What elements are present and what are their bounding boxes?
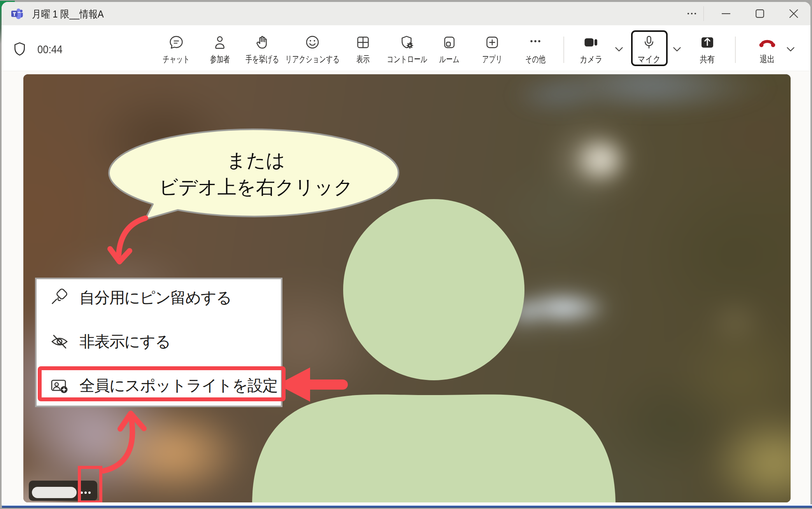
close-icon [789, 9, 798, 18]
toolbar-button-view[interactable]: 表示 [338, 35, 388, 66]
minimize-button[interactable] [719, 7, 733, 21]
close-button[interactable] [787, 7, 801, 21]
toolbar-button-chat[interactable]: チャット [151, 35, 202, 66]
meeting-timer: 00:44 [37, 43, 63, 56]
background-window-border [2, 504, 812, 508]
toolbar-button-label: 参加者 [210, 53, 230, 65]
menu-item-label: 非表示にする [79, 331, 170, 352]
dots-highlight-square [78, 466, 102, 502]
bubble-line2: ビデオ上を右クリック [159, 174, 353, 201]
toolbar-button-leave[interactable]: 退出 [742, 35, 793, 66]
camera-chevron-icon[interactable] [615, 46, 623, 52]
toolbar-button-label: その他 [525, 53, 545, 65]
security-shield-icon [14, 42, 25, 56]
toolbar-button-label: 退出 [760, 53, 775, 65]
menu-item-label: 自分用にピン留めする [79, 287, 231, 308]
more-icon [528, 35, 543, 50]
toolbar-button-more[interactable]: その他 [510, 35, 561, 66]
react-icon [305, 35, 320, 50]
toolbar-button-label: 共有 [700, 53, 715, 65]
view-icon [355, 35, 371, 50]
big-left-arrow [277, 367, 348, 402]
leave-call-icon [759, 35, 776, 50]
toolbar-button-label: カメラ [579, 53, 602, 65]
titlebar: 月曜 1 限__情報A [2, 2, 810, 25]
participants-icon [212, 35, 228, 50]
toolbar-button-raise-hand[interactable]: 手を挙げる [237, 35, 288, 66]
raise-hand-icon [254, 35, 270, 50]
curved-arrow-dots-to-menu [103, 413, 144, 471]
toolbar-button-label: リアクションする [285, 53, 339, 65]
mic-icon [641, 35, 657, 50]
apps-icon [484, 35, 500, 50]
window-title: 月曜 1 限__情報A [32, 2, 104, 25]
toolbar-button-camera[interactable]: カメラ [566, 35, 616, 66]
screen: { "window": { "title": "月曜 1 限__情報A", "t… [0, 0, 812, 509]
titlebar-more-button[interactable] [685, 7, 699, 21]
leave-chevron-icon[interactable] [786, 46, 795, 52]
toolbar-separator [735, 37, 736, 63]
teams-meeting-window: 月曜 1 限__情報A 00:44 [2, 2, 810, 508]
titlebar-more-icon [687, 12, 697, 15]
minimize-icon [722, 13, 730, 14]
teams-logo-icon [11, 7, 23, 20]
chat-icon [168, 35, 184, 50]
mic-chevron-icon[interactable] [673, 46, 681, 52]
eye-off-icon [50, 332, 69, 351]
camera-icon [583, 35, 599, 50]
rooms-icon [442, 35, 457, 50]
maximize-button[interactable] [753, 7, 767, 21]
toolbar-button-label: アプリ [482, 53, 502, 65]
toolbar-separator [563, 37, 564, 63]
titlebar-separator [703, 6, 704, 21]
toolbar-button-label: 表示 [356, 53, 370, 65]
toolbar-button-label: コントロール [387, 53, 427, 65]
toolbar-button-label: チャット [163, 53, 190, 65]
spotlight-highlight-rectangle [38, 366, 286, 401]
pin-icon [50, 288, 69, 307]
video-tile[interactable]: または ビデオ上を右クリック 自分用にピン留めする 非表示にする [23, 74, 791, 502]
curved-arrow-bubble-to-menu [110, 218, 146, 262]
menu-item-pin-for-me[interactable]: 自分用にピン留めする [37, 276, 281, 320]
toolbar-button-react[interactable]: リアクションする [287, 35, 338, 66]
bubble-line1: または [227, 147, 285, 174]
control-icon [399, 35, 415, 50]
maximize-icon [756, 9, 764, 18]
menu-item-hide[interactable]: 非表示にする [37, 320, 281, 364]
meeting-toolbar: 00:44 チャット 参加者 手を挙げる [2, 25, 810, 71]
toolbar-button-label: ルーム [439, 53, 459, 65]
share-icon [700, 35, 715, 50]
toolbar-button-label: 手を挙げる [246, 53, 279, 65]
speech-bubble-text: または ビデオ上を右クリック [111, 133, 401, 215]
toolbar-button-label: マイク [637, 53, 660, 65]
toolbar-button-mic[interactable]: マイク [624, 35, 674, 66]
toolbar-button-share[interactable]: 共有 [682, 35, 733, 66]
